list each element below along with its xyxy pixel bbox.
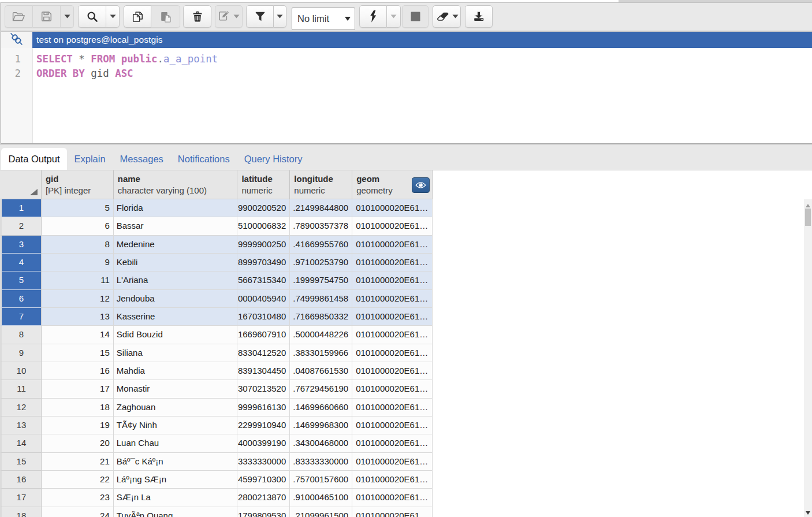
- cell-longitude[interactable]: .41669955760: [290, 236, 352, 254]
- cell-gid[interactable]: 6: [42, 217, 114, 235]
- tab-messages[interactable]: Messages: [113, 148, 170, 170]
- select-all-corner[interactable]: [0, 170, 42, 199]
- row-number[interactable]: 6: [0, 290, 42, 308]
- cell-geom[interactable]: 0101000020E61…: [352, 236, 433, 254]
- sql-code[interactable]: SELECT * FROM public.a_a_pointORDER BY g…: [36, 52, 218, 81]
- cell-longitude[interactable]: .83333330000: [290, 453, 352, 471]
- cell-gid[interactable]: 22: [42, 471, 114, 489]
- cell-name[interactable]: Báº¯c Káº¡n: [114, 453, 238, 471]
- stop-button[interactable]: [402, 5, 429, 28]
- column-header-geom[interactable]: geomgeometry: [352, 170, 433, 199]
- cell-name[interactable]: Láº¡ng SÆ¡n: [114, 471, 238, 489]
- cell-name[interactable]: TÃ¢y Ninh: [114, 416, 238, 434]
- row-number[interactable]: 15: [0, 453, 42, 471]
- cell-name[interactable]: L'Ariana: [114, 271, 238, 289]
- cell-name[interactable]: Jendouba: [114, 290, 238, 308]
- cell-name[interactable]: Sdid Bouzid: [114, 326, 238, 344]
- row-number[interactable]: 17: [0, 489, 42, 507]
- cell-gid[interactable]: 20: [42, 434, 114, 452]
- cell-name[interactable]: Medenine: [114, 236, 238, 254]
- row-number[interactable]: 13: [0, 416, 42, 434]
- cell-latitude[interactable]: 0000405940: [237, 290, 290, 308]
- cell-geom[interactable]: 0101000020E61…: [352, 290, 433, 308]
- view-geometry-button[interactable]: [412, 177, 430, 193]
- sql-editor[interactable]: 12 SELECT * FROM public.a_a_pointORDER B…: [0, 48, 812, 143]
- cell-gid[interactable]: 18: [42, 399, 114, 416]
- tab-explain[interactable]: Explain: [67, 148, 113, 170]
- cell-longitude[interactable]: .74999861458: [290, 290, 352, 308]
- cell-longitude[interactable]: .38330159966: [290, 344, 352, 362]
- cell-gid[interactable]: 24: [42, 507, 114, 517]
- cell-geom[interactable]: 0101000020E61…: [352, 199, 433, 217]
- row-number[interactable]: 8: [0, 326, 42, 344]
- row-number[interactable]: 1: [0, 199, 42, 217]
- cell-geom[interactable]: 0101000020E61…: [352, 308, 433, 326]
- cell-longitude[interactable]: .76729456190: [290, 380, 352, 398]
- cell-latitude[interactable]: 1799809530: [237, 507, 290, 517]
- tab-notifications[interactable]: Notifications: [170, 148, 237, 170]
- scroll-up-arrow-icon[interactable]: [806, 204, 810, 207]
- cell-longitude[interactable]: .78900357378: [290, 217, 352, 235]
- cell-geom[interactable]: 0101000020E61…: [352, 254, 433, 271]
- tab-query-history[interactable]: Query History: [237, 148, 310, 170]
- copy-button[interactable]: [124, 5, 151, 28]
- cell-geom[interactable]: 0101000020E61…: [352, 326, 433, 344]
- edit-menu-button[interactable]: [215, 5, 243, 28]
- row-number[interactable]: 5: [0, 271, 42, 289]
- cell-latitude[interactable]: 5667315340: [237, 271, 290, 289]
- cell-longitude[interactable]: .14699660660: [290, 399, 352, 416]
- cell-latitude[interactable]: 8330412520: [237, 344, 290, 362]
- row-number[interactable]: 3: [0, 236, 42, 254]
- cell-geom[interactable]: 0101000020E61…: [352, 471, 433, 489]
- cell-latitude[interactable]: 1670310480: [237, 308, 290, 326]
- cell-latitude[interactable]: 8999703490: [237, 254, 290, 271]
- cell-latitude[interactable]: 1669607910: [237, 326, 290, 344]
- cell-latitude[interactable]: 5100006832: [237, 217, 290, 235]
- row-number[interactable]: 16: [0, 471, 42, 489]
- open-file-button[interactable]: [5, 5, 33, 28]
- cell-geom[interactable]: 0101000020E61…: [352, 416, 433, 434]
- cell-latitude[interactable]: 2299910940: [237, 416, 290, 434]
- cell-geom[interactable]: 0101000020E61…: [352, 507, 433, 517]
- cell-geom[interactable]: 0101000020E61…: [352, 362, 433, 380]
- save-menu-button[interactable]: [61, 5, 74, 28]
- column-header-name[interactable]: namecharacter varying (100): [114, 170, 238, 199]
- row-number[interactable]: 7: [0, 308, 42, 326]
- cell-geom[interactable]: 0101000020E61…: [352, 434, 433, 452]
- cell-longitude[interactable]: .14699968300: [290, 416, 352, 434]
- row-number[interactable]: 4: [0, 254, 42, 271]
- find-button[interactable]: [78, 5, 106, 28]
- cell-gid[interactable]: 5: [42, 199, 114, 217]
- download-button[interactable]: [465, 5, 493, 28]
- cell-gid[interactable]: 12: [42, 290, 114, 308]
- scrollbar-thumb[interactable]: [805, 209, 811, 226]
- cell-geom[interactable]: 0101000020E61…: [352, 453, 433, 471]
- row-number[interactable]: 11: [0, 380, 42, 398]
- cell-name[interactable]: Kasserine: [114, 308, 238, 326]
- execute-button[interactable]: [359, 5, 387, 28]
- execute-menu-button[interactable]: [387, 5, 401, 28]
- cell-gid[interactable]: 21: [42, 453, 114, 471]
- column-header-gid[interactable]: gid[PK] integer: [42, 170, 114, 199]
- row-number[interactable]: 10: [0, 362, 42, 380]
- cell-latitude[interactable]: 9999900250: [237, 236, 290, 254]
- cell-geom[interactable]: 0101000020E61…: [352, 489, 433, 507]
- filter-menu-button[interactable]: [274, 5, 286, 28]
- save-button[interactable]: [33, 5, 61, 28]
- column-header-lon[interactable]: longitudenumeric: [290, 170, 352, 199]
- cell-geom[interactable]: 0101000020E61…: [352, 380, 433, 398]
- cell-gid[interactable]: 23: [42, 489, 114, 507]
- cell-gid[interactable]: 9: [42, 254, 114, 271]
- vertical-scrollbar[interactable]: [804, 199, 812, 517]
- find-menu-button[interactable]: [106, 5, 120, 28]
- filter-button[interactable]: [246, 5, 274, 28]
- cell-longitude[interactable]: .21499844800: [290, 199, 352, 217]
- row-number[interactable]: 2: [0, 217, 42, 235]
- delete-button[interactable]: [183, 5, 211, 28]
- cell-longitude[interactable]: .91000465100: [290, 489, 352, 507]
- cell-name[interactable]: Zaghouan: [114, 399, 238, 416]
- cell-gid[interactable]: 11: [42, 271, 114, 289]
- cell-latitude[interactable]: 4599710300: [237, 471, 290, 489]
- column-header-lat[interactable]: latitudenumeric: [237, 170, 290, 199]
- cell-name[interactable]: Bassar: [114, 217, 238, 235]
